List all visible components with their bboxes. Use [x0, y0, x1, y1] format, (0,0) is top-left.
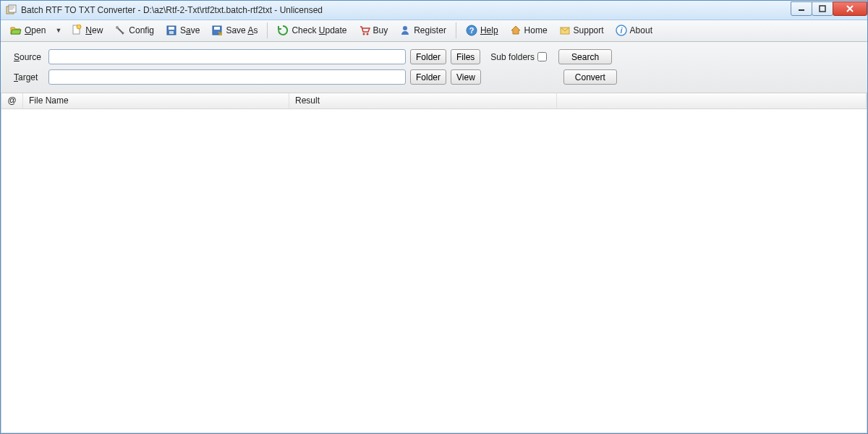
config-icon	[114, 25, 126, 36]
svg-point-5	[77, 25, 81, 29]
register-button[interactable]: Register	[394, 22, 451, 38]
toolbar-separator	[267, 22, 268, 38]
open-dropdown-arrow[interactable]: ▼	[52, 27, 64, 34]
open-button[interactable]: Open	[5, 22, 51, 38]
source-label: Source	[14, 52, 44, 62]
svg-rect-11	[214, 27, 220, 30]
buy-button[interactable]: Buy	[354, 22, 393, 38]
help-button[interactable]: ? Help	[461, 22, 503, 38]
new-file-icon	[71, 25, 82, 36]
svg-point-6	[116, 26, 119, 29]
target-label: Target	[14, 72, 44, 82]
col-header-filename[interactable]: File Name	[23, 93, 289, 109]
config-button[interactable]: Config	[109, 22, 159, 38]
about-button[interactable]: i About	[610, 22, 658, 38]
source-folder-button[interactable]: Folder	[410, 49, 446, 64]
register-icon	[399, 25, 411, 36]
folder-open-icon	[10, 25, 22, 36]
grid-header: @ File Name Result	[1, 93, 867, 109]
window-controls	[791, 1, 867, 16]
home-icon	[510, 25, 522, 36]
app-icon	[5, 4, 17, 16]
source-files-button[interactable]: Files	[451, 49, 480, 64]
col-header-at[interactable]: @	[1, 93, 23, 109]
target-view-button[interactable]: View	[451, 69, 481, 85]
check-update-button[interactable]: Check Update	[272, 22, 352, 38]
main-toolbar: Open ▼ New Config Save Save As	[1, 20, 867, 42]
minimize-button[interactable]	[791, 1, 812, 16]
subfolders-checkbox[interactable]	[537, 52, 547, 61]
new-button[interactable]: New	[66, 22, 108, 38]
source-input[interactable]	[48, 49, 406, 64]
titlebar: Batch RTF TO TXT Converter - D:\az\Rtf-2…	[1, 1, 867, 20]
app-window: Batch RTF TO TXT Converter - D:\az\Rtf-2…	[0, 0, 868, 434]
svg-rect-9	[169, 31, 174, 34]
cart-icon	[359, 25, 370, 36]
svg-rect-3	[820, 6, 825, 12]
convert-button[interactable]: Convert	[563, 69, 617, 85]
save-icon	[166, 25, 177, 36]
search-button[interactable]: Search	[558, 49, 612, 64]
close-button[interactable]	[833, 1, 867, 16]
results-grid: @ File Name Result	[1, 93, 867, 433]
subfolders-label: Sub folders	[490, 52, 547, 62]
help-icon: ?	[466, 25, 477, 36]
col-header-result[interactable]: Result	[289, 93, 557, 109]
support-button[interactable]: Support	[554, 22, 609, 38]
info-icon: i	[616, 25, 627, 36]
io-panel: Source Folder Files Sub folders Search T…	[1, 42, 867, 93]
svg-point-14	[403, 26, 407, 30]
update-icon	[277, 25, 289, 36]
grid-body[interactable]	[1, 109, 867, 433]
support-icon	[559, 25, 571, 36]
save-as-button[interactable]: Save As	[206, 22, 263, 38]
svg-rect-8	[169, 27, 174, 30]
toolbar-separator	[456, 22, 456, 38]
svg-point-12	[362, 33, 365, 35]
svg-point-13	[366, 33, 368, 35]
col-header-spacer	[557, 93, 867, 109]
target-folder-button[interactable]: Folder	[410, 69, 446, 85]
home-button[interactable]: Home	[505, 22, 553, 38]
target-input[interactable]	[48, 69, 406, 85]
save-button[interactable]: Save	[161, 22, 205, 38]
maximize-button[interactable]	[812, 1, 833, 16]
window-title: Batch RTF TO TXT Converter - D:\az\Rtf-2…	[21, 5, 323, 15]
save-as-icon	[211, 25, 223, 36]
svg-text:?: ?	[469, 26, 475, 35]
